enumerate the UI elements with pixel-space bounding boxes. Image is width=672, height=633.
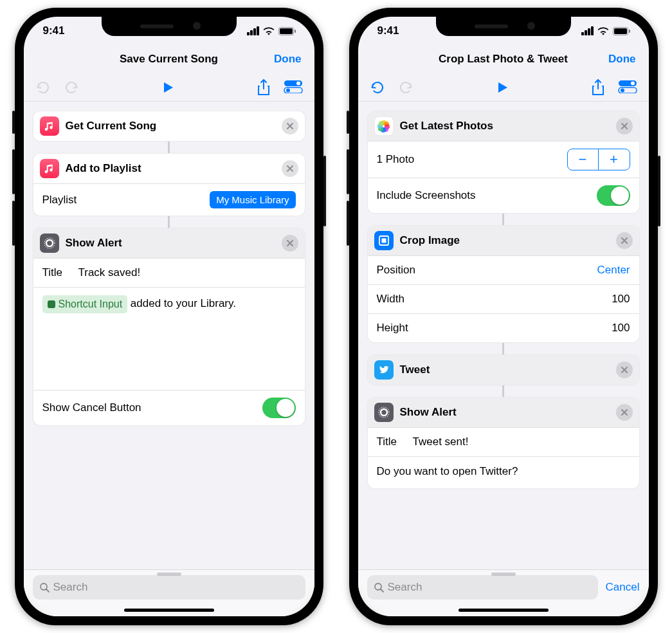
- wifi-icon: [597, 27, 609, 35]
- alert-title-label: Title: [377, 436, 413, 448]
- remove-action-button[interactable]: [616, 118, 633, 134]
- status-time: 9:41: [377, 24, 399, 37]
- page-title: Crop Last Photo & Tweet: [439, 53, 568, 66]
- redo-button: [64, 80, 79, 95]
- action-title: Add to Playlist: [66, 162, 282, 175]
- music-app-icon: [40, 159, 59, 178]
- height-value[interactable]: 100: [612, 322, 630, 335]
- done-button[interactable]: Done: [608, 53, 636, 66]
- undo-button[interactable]: [370, 80, 385, 95]
- action-title: Get Current Song: [66, 120, 282, 133]
- stepper-plus-button[interactable]: +: [599, 149, 630, 170]
- magic-variable-token[interactable]: Shortcut Input: [42, 295, 128, 313]
- share-button[interactable]: [591, 79, 605, 96]
- battery-icon: [278, 27, 296, 35]
- svg-point-4: [296, 81, 300, 85]
- stepper-minus-button[interactable]: −: [568, 149, 599, 170]
- alert-title-value[interactable]: Track saved!: [78, 266, 141, 279]
- search-input[interactable]: Search: [367, 575, 598, 600]
- svg-rect-11: [614, 28, 627, 34]
- height-label: Height: [377, 322, 612, 335]
- remove-action-button[interactable]: [282, 160, 298, 177]
- action-get-current-song[interactable]: Get Current Song: [33, 111, 305, 142]
- status-time: 9:41: [43, 24, 65, 37]
- redo-button: [398, 80, 413, 95]
- music-app-icon: [40, 116, 59, 136]
- show-cancel-toggle[interactable]: [262, 398, 296, 418]
- alert-body-field[interactable]: Do you want to open Twitter?: [368, 456, 639, 488]
- position-value[interactable]: Center: [597, 264, 630, 277]
- action-show-alert[interactable]: Show Alert Title Tweet sent! Do you want…: [367, 397, 640, 489]
- action-crop-image[interactable]: Crop Image Position Center Width 100 Hei…: [367, 225, 640, 343]
- search-input[interactable]: Search: [33, 575, 305, 600]
- nav-bar: Crop Last Photo & Tweet Done: [358, 45, 649, 73]
- remove-action-button[interactable]: [282, 118, 298, 134]
- search-placeholder: Search: [53, 581, 88, 594]
- svg-point-6: [286, 88, 290, 92]
- action-show-alert[interactable]: Show Alert Title Track saved! Shortcut I…: [33, 228, 305, 426]
- home-indicator[interactable]: [124, 609, 214, 612]
- editor-toolbar: [358, 73, 649, 102]
- action-title: Get Latest Photos: [400, 120, 616, 133]
- grabber-handle[interactable]: [157, 573, 181, 576]
- svg-point-14: [631, 81, 635, 85]
- action-title: Crop Image: [400, 234, 616, 247]
- twitter-app-icon: [374, 360, 394, 380]
- nav-bar: Save Current Song Done: [24, 45, 314, 73]
- search-icon: [39, 582, 50, 592]
- grabber-handle[interactable]: [491, 573, 516, 576]
- search-icon: [374, 582, 384, 592]
- alert-body-field[interactable]: Shortcut Input added to your Library.: [33, 287, 305, 390]
- show-cancel-label: Show Cancel Button: [42, 401, 262, 414]
- gear-icon: [374, 403, 394, 422]
- action-get-latest-photos[interactable]: Get Latest Photos 1 Photo − + Include Sc…: [367, 111, 640, 214]
- photos-app-icon: [374, 116, 394, 136]
- action-title: Show Alert: [66, 237, 282, 250]
- svg-rect-26: [381, 239, 386, 243]
- alert-title-value[interactable]: Tweet sent!: [413, 436, 469, 448]
- position-label: Position: [377, 264, 597, 277]
- include-screenshots-toggle[interactable]: [597, 185, 630, 206]
- svg-point-8: [46, 240, 53, 246]
- remove-action-button[interactable]: [282, 235, 298, 252]
- param-playlist-value[interactable]: My Music Library: [210, 191, 295, 208]
- svg-point-24: [379, 121, 384, 126]
- gear-icon: [40, 234, 59, 253]
- svg-point-28: [381, 409, 387, 416]
- play-button[interactable]: [496, 80, 509, 95]
- device-right: 9:41 Crop Last Photo & Tweet Done: [349, 8, 658, 625]
- crop-app-icon: [374, 231, 394, 250]
- share-button[interactable]: [257, 79, 271, 96]
- page-title: Save Current Song: [120, 53, 218, 66]
- svg-rect-1: [280, 28, 293, 34]
- done-button[interactable]: Done: [274, 53, 302, 66]
- undo-button: [35, 80, 51, 95]
- alert-title-label: Title: [42, 266, 78, 279]
- editor-content: Get Current Song Add to Playlist Playlis…: [24, 102, 314, 616]
- param-playlist-label: Playlist: [42, 194, 210, 206]
- search-placeholder: Search: [388, 581, 422, 594]
- action-tweet[interactable]: Tweet: [367, 354, 640, 385]
- cancel-button[interactable]: Cancel: [606, 581, 640, 594]
- editor-toolbar: [24, 73, 314, 102]
- include-screenshots-label: Include Screenshots: [377, 189, 597, 202]
- cellular-icon: [247, 26, 259, 35]
- action-title: Show Alert: [400, 406, 616, 419]
- cellular-icon: [581, 26, 594, 35]
- remove-action-button[interactable]: [616, 362, 633, 378]
- settings-toggle-button[interactable]: [284, 79, 303, 96]
- width-value[interactable]: 100: [612, 293, 630, 306]
- svg-point-16: [621, 88, 624, 92]
- editor-content: Get Latest Photos 1 Photo − + Include Sc…: [358, 102, 649, 616]
- svg-rect-12: [629, 30, 630, 33]
- device-left: 9:41 Save Current Song Done: [15, 8, 323, 625]
- action-add-to-playlist[interactable]: Add to Playlist Playlist My Music Librar…: [33, 153, 305, 216]
- photo-count-label: 1 Photo: [377, 153, 567, 166]
- home-indicator[interactable]: [459, 609, 549, 612]
- settings-toggle-button[interactable]: [618, 79, 637, 96]
- action-title: Tweet: [400, 363, 616, 376]
- count-stepper[interactable]: − +: [567, 149, 630, 170]
- remove-action-button[interactable]: [616, 404, 633, 421]
- play-button[interactable]: [161, 80, 174, 95]
- remove-action-button[interactable]: [616, 232, 633, 249]
